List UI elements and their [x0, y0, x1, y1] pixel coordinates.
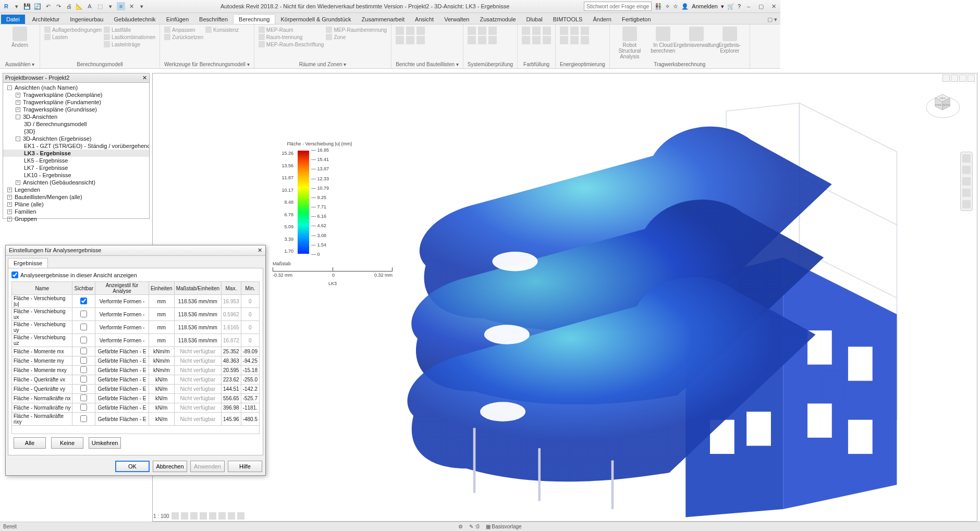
ribbon-small-button[interactable] — [396, 27, 404, 35]
tree-node[interactable]: +Legenden — [3, 186, 149, 193]
ribbon-tab-ansicht[interactable]: Ansicht — [410, 15, 439, 24]
ribbon-tab-architektur[interactable]: Architektur — [27, 15, 65, 24]
ribbon-item[interactable]: Zone — [326, 34, 387, 40]
tree-node[interactable]: EK1 - GZT (STR/GEO) - Ständig / vorüberg… — [3, 142, 149, 150]
minimize-button[interactable]: – — [744, 2, 753, 11]
dropdown-icon[interactable]: ▾ — [721, 3, 724, 10]
table-row[interactable]: Fläche - Momente mxyGefärbte Flächen - E… — [12, 366, 260, 375]
infocenter-icon[interactable]: 👫 — [655, 3, 662, 10]
ribbon-tab-krpermodellgrundstck[interactable]: Körpermodell & Grundstück — [275, 15, 356, 24]
tree-node[interactable]: LK7 - Ergebnisse — [3, 164, 149, 171]
ribbon-small-button[interactable] — [560, 36, 568, 44]
ribbon-small-button[interactable] — [532, 36, 541, 44]
ribbon-tab-fertigbeton[interactable]: Fertigbeton — [617, 15, 656, 24]
ribbon-small-button[interactable] — [468, 27, 476, 35]
table-row[interactable]: Fläche - Verschiebung uxVerformte Formen… — [12, 308, 260, 321]
undo-icon[interactable]: ↶ — [44, 2, 52, 10]
dialog-close-icon[interactable]: ✕ — [258, 247, 262, 254]
ribbon-tab-gebudetechnik[interactable]: Gebäudetechnik — [109, 15, 161, 24]
ribbon-button[interactable]: Ändern — [4, 27, 35, 48]
tree-node[interactable]: +Tragwerkspläne (Fundamente) — [3, 98, 149, 106]
ribbon-small-button[interactable] — [416, 27, 425, 35]
ribbon-small-button[interactable] — [581, 27, 589, 35]
ribbon-item[interactable]: Zurücksetzen — [164, 34, 203, 40]
highlight-icon[interactable]: ≡ — [117, 2, 125, 10]
ribbon-item[interactable]: Lasten — [44, 34, 102, 40]
3d-model-canvas[interactable] — [377, 79, 780, 423]
tree-node[interactable]: +Tragwerkspläne (Grundrisse) — [3, 106, 149, 113]
save-icon[interactable]: 💾 — [23, 2, 31, 10]
ribbon-button[interactable]: Ergebnisverwaltung — [681, 27, 712, 48]
ribbon-tab-bimtools[interactable]: BIMTOOLS — [548, 15, 588, 24]
ribbon-tab-ndern[interactable]: Ändern — [587, 15, 616, 24]
table-row[interactable]: Fläche - Normalkräfte nxyGefärbte Fläche… — [12, 413, 260, 424]
table-row[interactable]: Fläche - Verschiebung |u|Verformte Forme… — [12, 295, 260, 308]
column-header[interactable]: Maßstab/Einheiten — [174, 282, 221, 295]
help-icon[interactable]: ? — [738, 3, 741, 9]
column-header[interactable]: Einheiten — [149, 282, 174, 295]
ribbon-item[interactable]: Anpassen — [164, 27, 203, 33]
ribbon-button[interactable]: Robot Structural Analysis — [614, 27, 645, 59]
ribbon-small-button[interactable] — [406, 27, 414, 35]
table-row[interactable]: Fläche - Querkräfte vxGefärbte Flächen -… — [12, 375, 260, 385]
table-row[interactable]: Fläche - Verschiebung uzVerformte Formen… — [12, 334, 260, 347]
tree-node[interactable]: +Pläne (alle) — [3, 201, 149, 208]
user-icon[interactable]: 👤 — [681, 3, 689, 10]
ribbon-small-button[interactable] — [581, 36, 589, 44]
tree-node[interactable]: +Gruppen — [3, 215, 149, 223]
ribbon-item[interactable]: MEP-Raum — [259, 27, 324, 33]
column-header[interactable]: Sichtbar — [72, 282, 95, 295]
table-row[interactable]: Fläche - Verschiebung uyVerformte Formen… — [12, 321, 260, 334]
ribbon-expand-icon[interactable]: ▢ ▾ — [764, 15, 780, 24]
tree-node[interactable]: LK5 - Ergebnisse — [3, 157, 149, 164]
cart-icon[interactable]: 🛒 — [727, 3, 734, 10]
search-input[interactable] — [584, 2, 652, 11]
table-row[interactable]: Fläche - Normalkräfte nyGefärbte Flächen… — [12, 403, 260, 413]
ribbon-item[interactable]: Auflagerbedingungen — [44, 27, 102, 33]
table-row[interactable]: Fläche - Momente myGefärbte Flächen - Ek… — [12, 356, 260, 366]
redo-icon[interactable]: ↷ — [54, 2, 63, 10]
ribbon-small-button[interactable] — [522, 27, 530, 35]
ribbon-tab-zusatzmodule[interactable]: Zusatzmodule — [474, 15, 521, 24]
qat-icon2[interactable]: ▾ — [106, 2, 115, 10]
maximize-button[interactable]: ▢ — [756, 2, 766, 11]
ribbon-small-button[interactable] — [543, 27, 551, 35]
print-icon[interactable]: 🖨 — [65, 2, 73, 10]
ribbon-small-button[interactable] — [560, 27, 568, 35]
column-header[interactable]: Min. — [241, 282, 259, 295]
tree-node[interactable]: -Ansichten (nach Namen) — [3, 84, 149, 91]
star-icon[interactable]: ☆ — [673, 3, 678, 10]
open-icon[interactable]: ▾ — [13, 2, 21, 10]
ribbon-item[interactable]: Raum-trennung — [259, 34, 324, 40]
ribbon-small-button[interactable] — [522, 36, 530, 44]
tree-node[interactable]: {3D} — [3, 128, 149, 135]
key-icon[interactable]: ✧ — [665, 3, 670, 10]
ribbon-item[interactable]: Konsistenz — [205, 27, 239, 33]
ribbon-item[interactable]: Lastkombinationen — [104, 34, 155, 40]
ribbon-small-button[interactable] — [543, 36, 551, 44]
ribbon-tab-verwalten[interactable]: Verwalten — [439, 15, 474, 24]
ribbon-item[interactable]: Lasteinträge — [104, 41, 155, 47]
measure-icon[interactable]: 📐 — [75, 2, 83, 10]
project-tree[interactable]: -Ansichten (nach Namen)+Tragwerkspläne (… — [3, 83, 149, 224]
ribbon-small-button[interactable] — [570, 27, 579, 35]
3d-icon[interactable]: ⬚ — [96, 2, 104, 10]
ribbon-tab-beschriften[interactable]: Beschriften — [194, 15, 233, 24]
tree-node[interactable]: +Tragwerkspläne (Deckenpläne) — [3, 91, 149, 98]
text-icon[interactable]: A — [85, 2, 94, 10]
tree-node[interactable]: +Familien — [3, 208, 149, 215]
qat-icon3[interactable]: ✕ — [127, 2, 136, 10]
tab-ergebnisse[interactable]: Ergebnisse — [8, 258, 48, 268]
ribbon-small-button[interactable] — [406, 36, 414, 44]
ribbon-tab-zusammenarbeit[interactable]: Zusammenarbeit — [357, 15, 410, 24]
tree-node[interactable]: LK10 - Ergebnisse — [3, 171, 149, 179]
ribbon-small-button[interactable] — [416, 36, 425, 44]
qat-icon4[interactable]: ▾ — [138, 2, 146, 10]
column-header[interactable]: Max. — [222, 282, 241, 295]
tree-node[interactable]: LK3 - Ergebnisse — [3, 150, 149, 157]
ribbon-tab-ingenieurbau[interactable]: Ingenieurbau — [65, 15, 108, 24]
ribbon-small-button[interactable] — [478, 36, 486, 44]
ribbon-tab-datei[interactable]: Datei — [1, 15, 25, 24]
ribbon-small-button[interactable] — [532, 27, 541, 35]
ribbon-button[interactable]: Ergebnis-Explorer — [714, 27, 745, 54]
